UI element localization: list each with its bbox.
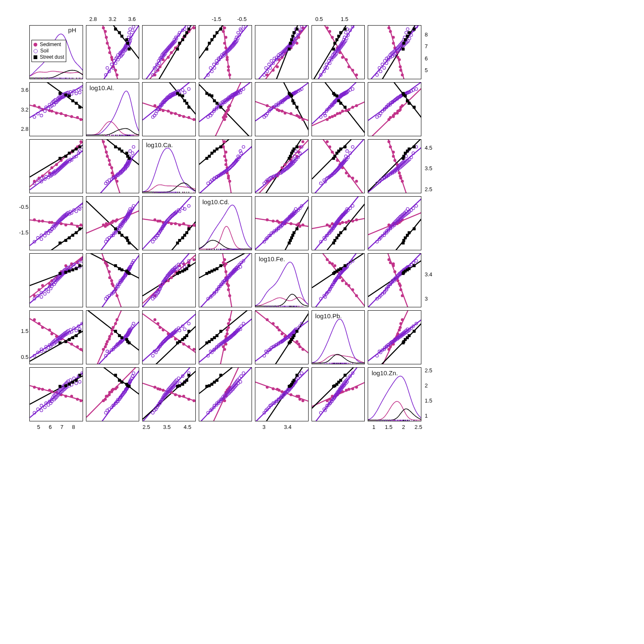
- svg-point-2164: [401, 294, 404, 297]
- scatter-panel: [312, 82, 365, 136]
- svg-point-1351: [40, 238, 43, 241]
- svg-point-437: [406, 28, 409, 31]
- svg-point-2673: [33, 386, 36, 389]
- density-panel: log10.Zn.: [368, 367, 421, 421]
- svg-rect-1013: [126, 155, 129, 158]
- svg-point-2173: [389, 261, 392, 264]
- svg-rect-2921: [208, 384, 211, 387]
- svg-rect-3052: [339, 379, 342, 382]
- scatter-panel: [142, 253, 196, 307]
- svg-point-1975: [228, 294, 231, 297]
- svg-point-830: [400, 106, 402, 109]
- marker-icon: [34, 55, 37, 59]
- svg-point-1150: [281, 166, 284, 169]
- svg-point-1597: [290, 222, 293, 225]
- svg-rect-2285: [68, 338, 71, 341]
- svg-rect-1269: [339, 148, 342, 151]
- svg-rect-248: [208, 42, 211, 45]
- svg-rect-760: [293, 102, 296, 105]
- svg-rect-1776: [404, 236, 407, 239]
- svg-rect-1971: [187, 264, 190, 267]
- svg-point-2174: [388, 258, 391, 261]
- svg-point-64: [115, 73, 118, 76]
- svg-rect-2797: [114, 374, 117, 377]
- svg-rect-443: [408, 31, 411, 34]
- svg-point-2299: [106, 340, 109, 343]
- svg-rect-442: [406, 35, 409, 38]
- scatter-panel: [86, 367, 140, 421]
- svg-point-765: [355, 104, 358, 107]
- svg-point-72: [105, 36, 108, 39]
- scatter-panel: [368, 25, 421, 79]
- svg-rect-1907: [114, 264, 117, 267]
- svg-rect-2925: [219, 374, 222, 377]
- svg-rect-250: [213, 35, 216, 38]
- svg-rect-122: [120, 35, 123, 38]
- svg-point-1599: [297, 222, 300, 225]
- svg-rect-2415: [185, 334, 188, 337]
- svg-point-392: [392, 36, 395, 39]
- svg-point-1784: [38, 288, 41, 291]
- scatter-panel: [368, 196, 421, 250]
- svg-point-2356: [153, 318, 156, 321]
- svg-rect-1016: [118, 148, 121, 151]
- scatter-panel: [142, 82, 196, 136]
- svg-rect-2032: [210, 270, 213, 273]
- svg-rect-1842: [75, 267, 78, 270]
- svg-point-2851: [177, 377, 180, 380]
- svg-point-396: [379, 70, 382, 73]
- marker-icon: [34, 43, 37, 47]
- svg-point-1280: [394, 159, 397, 162]
- svg-point-499: [75, 92, 78, 95]
- svg-point-73: [104, 30, 106, 33]
- svg-point-321: [351, 69, 354, 72]
- svg-point-502: [80, 88, 83, 91]
- svg-rect-1140: [213, 150, 216, 153]
- svg-point-2104: [341, 279, 344, 282]
- axis-right: 33.4: [425, 253, 441, 307]
- svg-point-766: [351, 106, 354, 109]
- svg-rect-2731: [71, 381, 74, 384]
- svg-rect-1396: [71, 234, 74, 237]
- scatter-panel: [312, 25, 365, 79]
- svg-point-2811: [192, 399, 195, 402]
- svg-rect-1650: [293, 231, 296, 234]
- svg-rect-1522: [178, 239, 181, 242]
- svg-rect-758: [290, 94, 293, 97]
- variable-label: log10.Zn.: [371, 369, 398, 377]
- svg-point-2611: [399, 326, 402, 329]
- svg-rect-1777: [406, 234, 409, 237]
- svg-point-1468: [158, 220, 161, 223]
- svg-point-903: [80, 140, 83, 143]
- svg-point-393: [389, 30, 392, 33]
- svg-point-458: [80, 118, 83, 121]
- svg-point-267: [263, 73, 266, 76]
- svg-point-1471: [170, 222, 173, 225]
- svg-point-582: [187, 116, 190, 119]
- svg-point-386: [399, 65, 402, 68]
- svg-point-384: [401, 73, 404, 76]
- svg-point-1412: [102, 223, 105, 226]
- svg-rect-507: [75, 102, 78, 105]
- scatter-panel: [368, 139, 421, 193]
- svg-rect-630: [181, 94, 184, 97]
- svg-point-772: [333, 114, 336, 117]
- svg-point-1796: [40, 296, 43, 299]
- svg-rect-1526: [187, 227, 190, 230]
- svg-rect-247: [205, 48, 208, 51]
- svg-rect-1711: [333, 239, 336, 242]
- svg-point-449: [38, 106, 41, 109]
- svg-rect-1270: [343, 145, 346, 148]
- svg-point-1659: [341, 221, 344, 224]
- svg-point-704: [278, 109, 280, 112]
- svg-point-2364: [182, 343, 185, 345]
- svg-rect-2288: [78, 330, 81, 333]
- svg-point-1151: [284, 163, 287, 166]
- svg-point-1783: [33, 294, 36, 297]
- svg-rect-1649: [291, 234, 294, 237]
- svg-point-1339: [38, 220, 41, 223]
- svg-rect-1395: [68, 236, 71, 239]
- svg-rect-1398: [78, 227, 81, 230]
- svg-point-963: [108, 159, 111, 162]
- svg-point-1283: [389, 145, 392, 148]
